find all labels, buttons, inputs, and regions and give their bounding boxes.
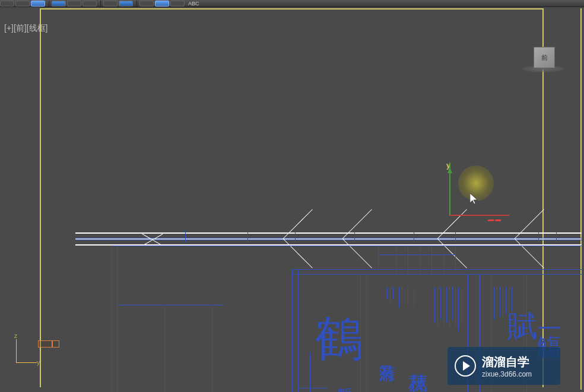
line [378,246,379,269]
viewport-label[interactable]: [+][前][线框] [4,23,48,34]
line [449,287,450,329]
play-icon [455,355,476,377]
red-mark-icon [494,219,502,221]
viewport[interactable]: [+][前][线框] 前 y z y [1,8,582,390]
line [414,231,414,243]
line [443,287,444,326]
line [111,246,112,392]
line [408,246,408,274]
line [283,209,313,239]
line [512,287,512,311]
line [434,287,435,323]
toolbar-button[interactable] [82,1,97,7]
line [402,287,402,302]
line [494,287,494,320]
line [399,287,399,308]
cursor-icon [470,193,480,208]
line [538,231,539,243]
line [452,287,453,320]
axis-z-line [16,339,17,363]
line [455,246,456,269]
toolbar-button-blue[interactable] [52,1,66,7]
top-toolbar: ABC [0,0,584,7]
line [295,231,296,243]
axis-y-label: y [37,359,40,366]
toolbar-button[interactable] [170,1,185,7]
line [491,287,491,317]
line [117,305,224,305]
toolbar-button[interactable] [67,1,81,7]
line [292,269,293,392]
axis-z-label: z [14,333,17,339]
line [408,287,408,305]
line [461,287,462,323]
line [292,274,582,275]
line [164,305,165,392]
line [437,209,467,239]
line [366,274,367,392]
line [111,246,582,246]
watermark: 溜溜自学 zixue.3d66.com [447,347,560,385]
line [298,388,328,388]
toolbar-button-active[interactable] [155,1,169,7]
line [393,287,393,299]
view-cube[interactable]: 前 [534,47,555,68]
line [185,231,186,243]
red-mark-icon [487,219,494,221]
line [503,287,503,320]
line [506,287,506,314]
gizmo-x-axis[interactable] [450,215,509,216]
truss-structure [75,204,582,246]
line [455,287,456,326]
toolbar-separator [137,1,137,7]
line [342,209,372,239]
line [212,305,212,392]
line [247,231,248,243]
abc-label: ABC [188,1,199,7]
play-triangle-icon [463,361,470,371]
watermark-url: zixue.3d66.com [482,370,532,378]
toolbar-button[interactable] [15,1,30,7]
line [360,274,361,392]
selection-marks [488,219,506,224]
toolbar-button[interactable] [103,1,118,7]
line [455,231,456,243]
line [420,246,420,274]
gizmo-y-axis[interactable] [449,162,450,216]
toolbar-separator [100,1,101,7]
toolbar-button[interactable] [0,1,14,7]
line [497,287,497,314]
toolbar-separator [49,1,49,7]
line [387,287,388,299]
line [310,352,310,392]
line [556,231,557,243]
line [509,287,509,317]
line [390,287,391,305]
line [515,209,544,239]
line [292,269,582,270]
line [298,269,299,392]
view-cube-face: 前 [541,53,548,62]
line [458,287,459,332]
line [354,231,355,243]
line [414,287,414,308]
axis-y-line [16,362,37,363]
watermark-title: 溜溜自学 [482,354,532,370]
toolbar-button-active[interactable] [31,1,45,7]
line [396,246,396,274]
toolbar-button[interactable] [139,1,154,7]
toolbar-button-blue[interactable] [119,1,133,7]
line [440,287,441,320]
watermark-text: 溜溜自学 zixue.3d66.com [482,354,532,378]
line [117,246,118,392]
line [431,246,432,274]
line [500,287,500,317]
line [437,287,438,329]
line [446,287,447,323]
line [443,246,444,274]
